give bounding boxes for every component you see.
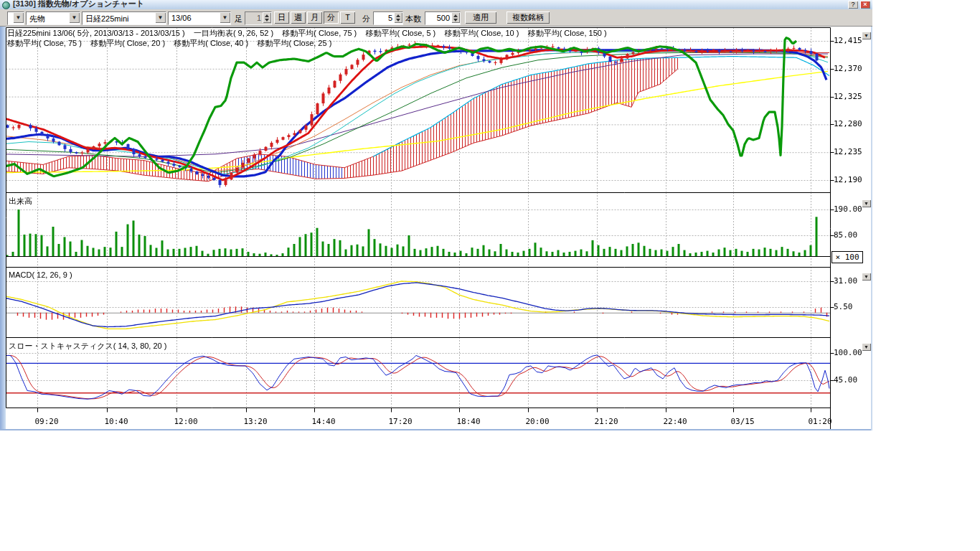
volume-axis-dropdown-button[interactable]: ▼ xyxy=(862,199,871,207)
chevron-down-icon: ▼ xyxy=(155,12,166,23)
spin-down-icon[interactable] xyxy=(453,19,458,22)
spin-up-icon[interactable] xyxy=(265,14,269,17)
x-axis-label: 01:20 xyxy=(808,417,831,426)
multi-symbol-button[interactable]: 複数銘柄 xyxy=(507,11,550,24)
contract-month-value: 13/06 xyxy=(171,14,192,22)
x-axis-label: 09:20 xyxy=(34,417,58,426)
help-button[interactable]: ? xyxy=(848,1,858,9)
contract-month-select[interactable]: 13/06 ▼ xyxy=(168,11,231,25)
volume-multiplier-box: × 100 xyxy=(831,251,863,263)
bar-interval-stepper[interactable]: 1 xyxy=(245,11,272,25)
window-right-border xyxy=(871,26,872,430)
x-axis-label: 18:40 xyxy=(456,417,480,426)
y-axis-label: 12,415 xyxy=(834,36,862,45)
app-window: 日経225mini 13/06( 5分, 2013/03/13 - 2013/0… xyxy=(0,0,872,430)
app-icon xyxy=(2,1,10,9)
toolbar: ▼ 先物 ▼ 日経225mini ▼ 13/06 ▼ 足 1 日 週 月 分 T… xyxy=(0,9,872,27)
mini-dropdown[interactable]: ▼ xyxy=(7,11,24,25)
chevron-down-icon: ▼ xyxy=(864,33,869,38)
bar-interval-value: 1 xyxy=(257,14,261,22)
category-value: 先物 xyxy=(29,14,45,24)
chart-canvas[interactable] xyxy=(0,0,872,430)
bar-count-label: 本数 xyxy=(405,14,421,24)
category-select[interactable]: 先物 ▼ xyxy=(26,11,80,25)
stoch-axis-dropdown-button[interactable]: ▼ xyxy=(862,343,871,351)
window-left-border xyxy=(0,26,6,429)
bar-count-value: 500 xyxy=(437,14,450,22)
period-day-button[interactable]: 日 xyxy=(274,11,289,24)
chevron-down-icon: ▼ xyxy=(864,274,869,279)
bar-type-label: 足 xyxy=(235,14,242,24)
y-axis-label: 100.00 xyxy=(834,348,862,357)
legend-line-2: 移動平均( Close, 75 ) 移動平均( Close, 20 ) 移動平均… xyxy=(7,38,331,49)
legend-line-1: 日経225mini 13/06( 5分, 2013/03/13 - 2013/0… xyxy=(7,28,607,39)
stoch-panel-label: スロー・ストキャスティクス( 14, 3, 80, 20 ) xyxy=(9,341,166,352)
x-axis-label: 12:00 xyxy=(174,417,197,426)
y-axis-label: 31.00 xyxy=(834,276,857,286)
y-axis-label: 12,325 xyxy=(834,92,862,101)
title-bar: [3130] 指数先物/オプションチャート ? × xyxy=(0,0,872,10)
period-week-button[interactable]: 週 xyxy=(291,11,306,24)
x-axis-label: 13:20 xyxy=(243,417,267,426)
x-axis-label: 22:40 xyxy=(663,417,687,426)
symbol-select[interactable]: 日経225mini ▼ xyxy=(82,11,166,25)
y-axis-label: 85.00 xyxy=(834,230,857,240)
period-minute-button[interactable]: 分 xyxy=(324,11,339,24)
x-axis-label: 17:20 xyxy=(388,417,412,426)
x-axis-label: 10:40 xyxy=(104,417,128,426)
volume-panel-label: 出来高 xyxy=(9,196,32,207)
y-axis-label: 12,280 xyxy=(834,119,862,128)
chevron-down-icon: ▼ xyxy=(220,12,230,23)
chevron-down-icon: ▼ xyxy=(69,12,80,23)
apply-button[interactable]: 適用 xyxy=(465,11,496,24)
x-axis-label: 14:40 xyxy=(311,417,335,426)
y-axis-label: 12,235 xyxy=(834,147,862,156)
y-axis-label: 5.50 xyxy=(834,302,853,311)
period-tick-button[interactable]: T xyxy=(340,11,355,24)
window-title: [3130] 指数先物/オプションチャート xyxy=(13,0,144,9)
minute-value: 5 xyxy=(388,14,392,22)
period-month-button[interactable]: 月 xyxy=(307,11,322,24)
chevron-down-icon: ▼ xyxy=(13,12,24,23)
y-axis-label: 12,370 xyxy=(834,64,862,73)
chart-area: 日経225mini 13/06( 5分, 2013/03/13 - 2013/0… xyxy=(0,0,872,430)
spin-up-icon[interactable] xyxy=(453,14,458,17)
x-axis-label: 21:20 xyxy=(594,417,618,426)
bar-count-stepper[interactable]: 500 xyxy=(425,11,461,25)
window-bottom-border xyxy=(0,429,872,430)
symbol-value: 日経225mini xyxy=(85,14,129,24)
spin-up-icon[interactable] xyxy=(396,14,400,17)
chevron-down-icon: ▼ xyxy=(864,344,869,349)
macd-axis-dropdown-button[interactable]: ▼ xyxy=(862,273,871,281)
close-button[interactable]: × xyxy=(860,1,870,9)
price-axis-dropdown-button[interactable]: ▼ xyxy=(862,32,871,39)
spin-down-icon[interactable] xyxy=(265,19,269,22)
y-axis-label: 45.00 xyxy=(834,375,857,385)
spin-down-icon[interactable] xyxy=(396,19,400,22)
minute-stepper[interactable]: 5 xyxy=(373,11,403,25)
y-axis-label: 12,190 xyxy=(834,175,862,184)
chevron-down-icon: ▼ xyxy=(864,201,869,206)
macd-panel-label: MACD( 12, 26, 9 ) xyxy=(9,270,72,279)
x-axis-label: 20:00 xyxy=(525,417,549,426)
y-axis-label: 190.00 xyxy=(834,204,862,214)
minute-label: 分 xyxy=(362,14,370,24)
x-axis-label: 03/15 xyxy=(730,417,754,426)
